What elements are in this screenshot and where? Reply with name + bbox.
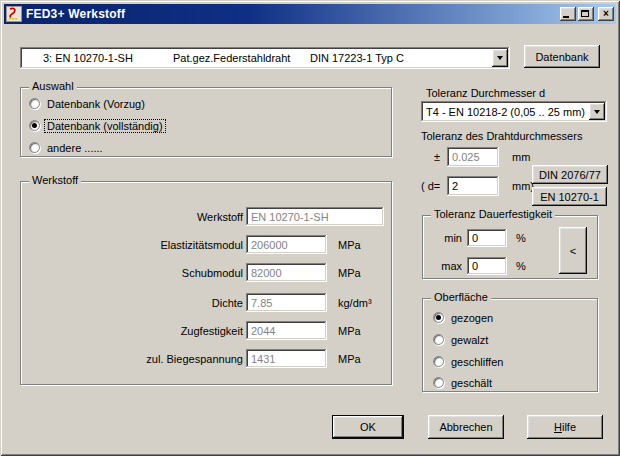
dauerfestigkeit-legend: Toleranz Dauerfestigkeit bbox=[431, 208, 555, 220]
hilfe-accel: H bbox=[554, 421, 562, 433]
radio-andere[interactable] bbox=[29, 142, 40, 153]
d-wert-field[interactable]: 2 bbox=[447, 176, 499, 196]
d-wert-unit: mm) bbox=[512, 180, 534, 192]
datenbank-button[interactable]: Datenbank bbox=[524, 45, 600, 68]
minimize-icon bbox=[563, 16, 569, 18]
toleranz-wert-unit: mm bbox=[512, 151, 530, 163]
d-label: ( d= bbox=[421, 180, 440, 192]
toleranz-durchmesser-select[interactable]: T4 - EN 10218-2 (0,05 .. 25 mm) bbox=[421, 101, 607, 122]
max-value: 0 bbox=[472, 260, 478, 272]
werkstoff-field-label: Werkstoff bbox=[31, 211, 243, 223]
biegespannung-value: 1431 bbox=[251, 353, 275, 365]
close-button[interactable]: × bbox=[598, 7, 614, 21]
zugfestigkeit-label: Zugfestigkeit bbox=[31, 325, 243, 337]
auswahl-group: Auswahl Datenbank (Vorzug) Datenbank (vo… bbox=[20, 87, 392, 157]
elastizitaetsmodul-field[interactable]: 206000 bbox=[246, 235, 327, 254]
material-number: 3: EN 10270-1-SH bbox=[25, 52, 173, 64]
zugfestigkeit-field[interactable]: 2044 bbox=[246, 321, 327, 340]
d-wert-value: 2 bbox=[452, 180, 458, 192]
min-value: 0 bbox=[472, 232, 478, 244]
radio-geschliffen-label[interactable]: geschliffen bbox=[451, 356, 503, 368]
elastizitaetsmodul-unit: MPa bbox=[338, 239, 361, 251]
plusminus-label: ± bbox=[434, 151, 440, 163]
werkstoff-legend: Werkstoff bbox=[29, 174, 81, 186]
elastizitaetsmodul-label: Elastizitätsmodul bbox=[31, 239, 243, 251]
radio-geschaelt-label[interactable]: geschält bbox=[451, 377, 492, 389]
hilfe-button[interactable]: Hilfe bbox=[527, 415, 603, 439]
title-bar[interactable]: FED3+ Werkstoff × bbox=[4, 4, 616, 24]
dichte-field[interactable]: 7.85 bbox=[246, 293, 327, 312]
oberflaeche-group: Oberfläche gezogen gewalzt geschliffen g… bbox=[422, 298, 598, 392]
min-label: min bbox=[437, 232, 462, 244]
schubmodul-label: Schubmodul bbox=[31, 267, 243, 279]
minimize-button[interactable] bbox=[560, 7, 576, 21]
dichte-label: Dichte bbox=[31, 297, 243, 309]
drahtdurchmesser-toleranz-label: Toleranz des Drahtdurchmessers bbox=[421, 130, 582, 142]
radio-gezogen-label[interactable]: gezogen bbox=[451, 312, 493, 324]
dichte-unit: kg/dm³ bbox=[338, 297, 372, 309]
close-icon: × bbox=[603, 9, 609, 19]
radio-geschaelt[interactable] bbox=[433, 377, 444, 388]
hilfe-rest: ilfe bbox=[562, 421, 576, 433]
dauerfestigkeit-group: Toleranz Dauerfestigkeit min 0 % max 0 %… bbox=[422, 215, 598, 279]
radio-datenbank-vorzug[interactable] bbox=[29, 98, 40, 109]
max-field[interactable]: 0 bbox=[467, 257, 507, 275]
radio-andere-label[interactable]: andere ...... bbox=[47, 142, 103, 154]
toleranz-wert-field[interactable]: 0.025 bbox=[447, 147, 499, 167]
zugfestigkeit-value: 2044 bbox=[251, 325, 275, 337]
auswahl-legend: Auswahl bbox=[29, 80, 77, 92]
material-select[interactable]: 3: EN 10270-1-SH Pat.gez.Federstahldraht… bbox=[20, 47, 510, 69]
ok-button[interactable]: OK bbox=[332, 415, 404, 439]
radio-datenbank-vollstaendig[interactable] bbox=[29, 120, 40, 131]
schubmodul-value: 82000 bbox=[251, 267, 282, 279]
app-spring-icon bbox=[6, 6, 22, 22]
toleranz-wert-value: 0.025 bbox=[452, 151, 480, 163]
radio-gewalzt[interactable] bbox=[433, 334, 444, 345]
radio-datenbank-vorzug-label[interactable]: Datenbank (Vorzug) bbox=[47, 98, 145, 110]
werkstoff-field-value: EN 10270-1-SH bbox=[251, 211, 329, 223]
werkstoff-field[interactable]: EN 10270-1-SH bbox=[246, 207, 384, 226]
radio-gezogen[interactable] bbox=[433, 312, 444, 323]
radio-gewalzt-label[interactable]: gewalzt bbox=[451, 334, 488, 346]
maximize-button[interactable] bbox=[578, 7, 594, 21]
biegespannung-field[interactable]: 1431 bbox=[246, 349, 327, 368]
window-title: FED3+ Werkstoff bbox=[26, 7, 560, 21]
chevron-down-icon bbox=[594, 110, 600, 114]
dichte-value: 7.85 bbox=[251, 297, 272, 309]
material-select-dropdown-button[interactable] bbox=[492, 49, 508, 67]
min-field[interactable]: 0 bbox=[467, 229, 507, 247]
max-unit: % bbox=[516, 260, 526, 272]
toleranz-durchmesser-dropdown-button[interactable] bbox=[589, 103, 605, 120]
dialog-werkstoff: FED3+ Werkstoff × 3: EN 10270-1-SH Pat.g… bbox=[0, 0, 620, 456]
elastizitaetsmodul-value: 206000 bbox=[251, 239, 288, 251]
toleranz-durchmesser-value: T4 - EN 10218-2 (0,05 .. 25 mm) bbox=[426, 106, 585, 118]
en-10270-button[interactable]: EN 10270-1 bbox=[532, 187, 607, 206]
material-description: Pat.gez.Federstahldraht bbox=[173, 52, 310, 64]
oberflaeche-legend: Oberfläche bbox=[431, 291, 491, 303]
maximize-icon bbox=[581, 10, 589, 17]
din-2076-button[interactable]: DIN 2076/77 bbox=[532, 165, 608, 184]
toleranz-durchmesser-label: Toleranz Durchmesser d bbox=[426, 87, 545, 99]
biegespannung-unit: MPa bbox=[338, 353, 361, 365]
abbrechen-button[interactable]: Abbrechen bbox=[428, 415, 504, 439]
schubmodul-unit: MPa bbox=[338, 267, 361, 279]
max-label: max bbox=[437, 260, 462, 272]
werkstoff-group: Werkstoff Werkstoff EN 10270-1-SH Elasti… bbox=[20, 181, 392, 385]
min-unit: % bbox=[516, 232, 526, 244]
biegespannung-label: zul. Biegespannung bbox=[31, 353, 243, 365]
zugfestigkeit-unit: MPa bbox=[338, 325, 361, 337]
schubmodul-field[interactable]: 82000 bbox=[246, 263, 327, 282]
copy-tolerance-button[interactable]: < bbox=[559, 227, 587, 274]
radio-datenbank-vollstaendig-label[interactable]: Datenbank (vollständig) bbox=[45, 120, 165, 132]
material-standard: DIN 17223-1 Typ C bbox=[310, 52, 404, 64]
radio-geschliffen[interactable] bbox=[433, 356, 444, 367]
chevron-down-icon bbox=[497, 56, 503, 60]
